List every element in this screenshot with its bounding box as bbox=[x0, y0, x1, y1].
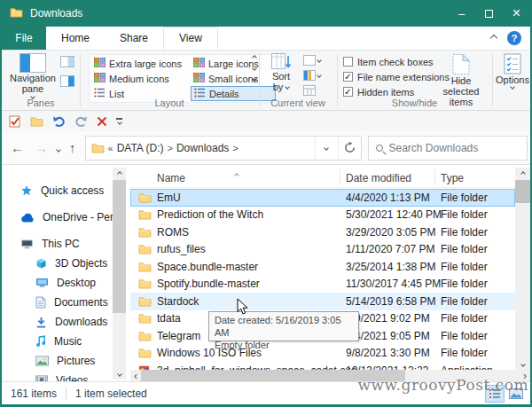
forward-button[interactable]: → bbox=[29, 140, 53, 155]
sidebar-item-documents[interactable]: Documents bbox=[2, 293, 130, 312]
options-icon bbox=[504, 53, 521, 74]
sidebar-scrollbar[interactable] bbox=[113, 168, 126, 380]
help-icon[interactable]: ? bbox=[507, 31, 521, 45]
layout-option-medium-icons[interactable]: Medium icons bbox=[91, 71, 191, 86]
sidebar-item-downloads[interactable]: Downloads bbox=[2, 312, 130, 332]
layout-scroll-up-icon[interactable] bbox=[252, 55, 257, 60]
file-row-roms[interactable]: ROMS3/29/2020 3:05 PMFile folder bbox=[130, 223, 515, 241]
cloud-icon bbox=[20, 213, 35, 223]
sort-by-button[interactable]: Sort by bbox=[266, 53, 296, 92]
file-type: File folder bbox=[441, 330, 488, 342]
sidebar-scrollbar-thumb[interactable] bbox=[113, 180, 126, 313]
sidebar-item-3d-objects[interactable]: 3D Objects bbox=[2, 254, 130, 273]
file-row-prediction-of-the-witch[interactable]: Prediction of the Witch5/30/2021 12:40 P… bbox=[130, 207, 515, 224]
address-bar[interactable]: « DATA (D:)>Downloads> bbox=[85, 136, 362, 160]
scroll-left-icon[interactable]: ‹ bbox=[130, 370, 141, 382]
options-button[interactable]: Options bbox=[494, 53, 531, 89]
file-type: File folder bbox=[441, 295, 488, 308]
folder-icon bbox=[138, 262, 153, 272]
tab-file[interactable]: File bbox=[2, 27, 46, 50]
sidebar-item-pictures[interactable]: Pictures bbox=[2, 351, 130, 371]
file-name: Stardock bbox=[157, 295, 199, 308]
sidebar-item-quick-access[interactable]: Quick access bbox=[2, 181, 130, 200]
redo-icon[interactable] bbox=[74, 115, 88, 128]
address-folder-icon bbox=[91, 143, 105, 153]
properties-icon[interactable] bbox=[9, 115, 21, 128]
large-icons-icon bbox=[193, 58, 205, 69]
maximize-button[interactable] bbox=[475, 0, 503, 27]
navigation-pane-label: Navigation pane bbox=[7, 73, 59, 94]
file-row-stardock[interactable]: Stardock5/14/2019 6:58 PMFile folder bbox=[130, 293, 515, 310]
folder-icon bbox=[10, 7, 23, 20]
sidebar-scroll-up-icon[interactable] bbox=[113, 168, 126, 179]
breadcrumb-downloads[interactable]: Downloads bbox=[176, 142, 229, 154]
folder-icon bbox=[138, 227, 153, 238]
sidebar-item-music[interactable]: Music bbox=[2, 332, 130, 351]
sidebar-item-label: 3D Objects bbox=[55, 257, 107, 270]
file-scroll-up-icon[interactable] bbox=[515, 168, 530, 179]
add-columns-button[interactable] bbox=[303, 70, 321, 81]
layout-scroll-down-icon[interactable] bbox=[252, 66, 257, 71]
file-scrollbar-thumb[interactable] bbox=[515, 180, 530, 203]
size-columns-icon[interactable] bbox=[303, 85, 316, 96]
sidebar-item-this-pc[interactable]: This PC bbox=[2, 234, 130, 254]
breadcrumb-data-d-[interactable]: DATA (D:) bbox=[117, 142, 164, 154]
address-dropdown-icon[interactable] bbox=[315, 137, 338, 160]
layout-option-extra-large-icons[interactable]: Extra large icons bbox=[91, 56, 191, 71]
file-list-scrollbar[interactable] bbox=[515, 168, 530, 370]
group-by-button[interactable] bbox=[303, 55, 321, 66]
search-input[interactable]: Search Downloads bbox=[368, 136, 528, 160]
layout-more-icon[interactable] bbox=[252, 76, 257, 82]
file-date-modified: 5/14/2019 6:58 PM bbox=[346, 295, 435, 308]
folder-icon bbox=[138, 244, 153, 254]
main-area: Quick accessOneDrive - PersoThis PC3D Ob… bbox=[2, 165, 530, 381]
sidebar-item-desktop[interactable]: Desktop bbox=[2, 273, 130, 293]
back-button[interactable]: ← bbox=[5, 140, 29, 155]
column-headers: Name Date modified Type bbox=[130, 168, 515, 188]
breadcrumb-separator[interactable]: > bbox=[232, 143, 238, 153]
preview-pane-icon[interactable] bbox=[60, 56, 74, 67]
star-icon bbox=[20, 184, 33, 197]
customize-qat-icon[interactable] bbox=[116, 118, 122, 123]
file-name: Telegram bbox=[157, 330, 200, 342]
column-header-name[interactable]: Name bbox=[157, 172, 185, 184]
column-header-type[interactable]: Type bbox=[441, 172, 464, 184]
file-row-space-bundle-master[interactable]: Space.bundle-master3/25/2014 1:38 PMFile… bbox=[130, 258, 515, 276]
ribbon-group-show-hide: Item check boxes✓File name extensions✓Hi… bbox=[337, 51, 492, 110]
new-folder-icon[interactable] bbox=[30, 116, 43, 127]
file-row-emu[interactable]: EmU4/4/2020 1:13 PMFile folder bbox=[130, 189, 515, 207]
refresh-icon[interactable] bbox=[338, 137, 361, 160]
desktop-icon bbox=[35, 278, 49, 288]
recent-locations-icon[interactable] bbox=[53, 142, 64, 154]
column-header-date-modified[interactable]: Date modified bbox=[346, 172, 411, 184]
file-row-rufus-files[interactable]: rufus_files1/11/2020 7:07 PMFile folder bbox=[130, 241, 515, 259]
group-label-panes: Panes bbox=[2, 98, 80, 108]
file-type: File folder bbox=[441, 243, 488, 255]
sidebar-item-label: Pictures bbox=[57, 355, 95, 367]
sidebar-item-onedrive-perso[interactable]: OneDrive - Perso bbox=[2, 207, 130, 227]
folder-icon bbox=[138, 296, 153, 307]
file-row-spotify-bundle-master[interactable]: Spotify.bundle-master11/30/2017 4:45 PMF… bbox=[130, 276, 515, 294]
details-pane-icon[interactable] bbox=[60, 75, 74, 87]
tab-share[interactable]: Share bbox=[105, 27, 163, 50]
undo-icon[interactable] bbox=[52, 115, 66, 128]
file-type: File folder bbox=[441, 261, 488, 273]
minimize-button[interactable]: – bbox=[448, 0, 475, 27]
breadcrumb-separator[interactable]: > bbox=[168, 143, 173, 153]
up-button[interactable]: ↑ bbox=[64, 140, 82, 155]
tab-home[interactable]: Home bbox=[46, 27, 105, 50]
tooltip-line2: Empty folder bbox=[215, 339, 353, 351]
file-list: Name Date modified Type EmU4/4/2020 1:13… bbox=[130, 165, 530, 381]
navigation-pane-button[interactable]: Navigation pane bbox=[7, 53, 59, 98]
sidebar-item-label: Desktop bbox=[57, 277, 96, 289]
file-scroll-down-icon[interactable] bbox=[515, 358, 530, 370]
file-type: File folder bbox=[441, 347, 488, 359]
tab-view[interactable]: View bbox=[163, 27, 218, 50]
collapse-ribbon-icon[interactable] bbox=[490, 35, 497, 42]
unchecked-checkbox-icon bbox=[343, 57, 353, 67]
sidebar-scroll-down-icon[interactable] bbox=[113, 368, 126, 380]
delete-icon[interactable] bbox=[97, 116, 107, 127]
close-button[interactable]: × bbox=[503, 0, 530, 27]
navigation-pane-icon bbox=[20, 53, 46, 73]
group-label-current-view: Current view bbox=[259, 98, 337, 108]
